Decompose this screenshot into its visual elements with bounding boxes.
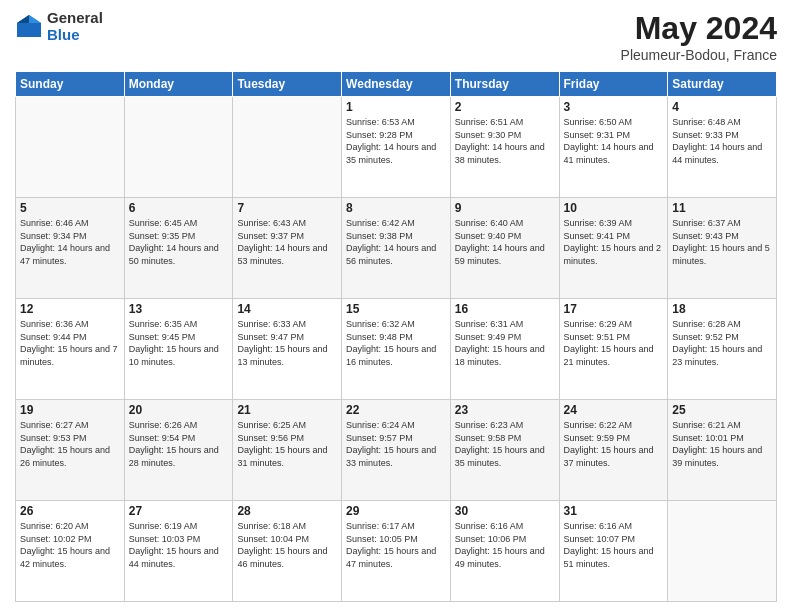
day-number: 15 — [346, 302, 446, 316]
day-cell: 27Sunrise: 6:19 AM Sunset: 10:03 PM Dayl… — [124, 501, 233, 602]
week-row-2: 12Sunrise: 6:36 AM Sunset: 9:44 PM Dayli… — [16, 299, 777, 400]
day-cell — [124, 97, 233, 198]
col-sunday: Sunday — [16, 72, 125, 97]
day-info: Sunrise: 6:33 AM Sunset: 9:47 PM Dayligh… — [237, 318, 337, 368]
day-cell: 14Sunrise: 6:33 AM Sunset: 9:47 PM Dayli… — [233, 299, 342, 400]
day-cell: 6Sunrise: 6:45 AM Sunset: 9:35 PM Daylig… — [124, 198, 233, 299]
day-number: 13 — [129, 302, 229, 316]
calendar: Sunday Monday Tuesday Wednesday Thursday… — [15, 71, 777, 602]
day-cell: 23Sunrise: 6:23 AM Sunset: 9:58 PM Dayli… — [450, 400, 559, 501]
day-number: 29 — [346, 504, 446, 518]
day-number: 1 — [346, 100, 446, 114]
day-number: 8 — [346, 201, 446, 215]
day-cell: 8Sunrise: 6:42 AM Sunset: 9:38 PM Daylig… — [342, 198, 451, 299]
col-tuesday: Tuesday — [233, 72, 342, 97]
day-cell: 7Sunrise: 6:43 AM Sunset: 9:37 PM Daylig… — [233, 198, 342, 299]
day-cell: 28Sunrise: 6:18 AM Sunset: 10:04 PM Dayl… — [233, 501, 342, 602]
day-info: Sunrise: 6:42 AM Sunset: 9:38 PM Dayligh… — [346, 217, 446, 267]
logo-general: General — [47, 10, 103, 27]
day-number: 12 — [20, 302, 120, 316]
day-number: 28 — [237, 504, 337, 518]
day-info: Sunrise: 6:17 AM Sunset: 10:05 PM Daylig… — [346, 520, 446, 570]
day-cell — [16, 97, 125, 198]
day-info: Sunrise: 6:18 AM Sunset: 10:04 PM Daylig… — [237, 520, 337, 570]
day-number: 9 — [455, 201, 555, 215]
day-info: Sunrise: 6:51 AM Sunset: 9:30 PM Dayligh… — [455, 116, 555, 166]
logo-blue: Blue — [47, 27, 103, 44]
logo-text: General Blue — [47, 10, 103, 43]
day-cell: 15Sunrise: 6:32 AM Sunset: 9:48 PM Dayli… — [342, 299, 451, 400]
day-info: Sunrise: 6:31 AM Sunset: 9:49 PM Dayligh… — [455, 318, 555, 368]
day-number: 30 — [455, 504, 555, 518]
day-cell: 13Sunrise: 6:35 AM Sunset: 9:45 PM Dayli… — [124, 299, 233, 400]
day-info: Sunrise: 6:21 AM Sunset: 10:01 PM Daylig… — [672, 419, 772, 469]
location: Pleumeur-Bodou, France — [621, 47, 777, 63]
col-thursday: Thursday — [450, 72, 559, 97]
day-cell: 5Sunrise: 6:46 AM Sunset: 9:34 PM Daylig… — [16, 198, 125, 299]
day-info: Sunrise: 6:37 AM Sunset: 9:43 PM Dayligh… — [672, 217, 772, 267]
day-info: Sunrise: 6:24 AM Sunset: 9:57 PM Dayligh… — [346, 419, 446, 469]
day-cell: 30Sunrise: 6:16 AM Sunset: 10:06 PM Dayl… — [450, 501, 559, 602]
week-row-1: 5Sunrise: 6:46 AM Sunset: 9:34 PM Daylig… — [16, 198, 777, 299]
weekday-row: Sunday Monday Tuesday Wednesday Thursday… — [16, 72, 777, 97]
day-number: 26 — [20, 504, 120, 518]
day-number: 16 — [455, 302, 555, 316]
day-info: Sunrise: 6:16 AM Sunset: 10:06 PM Daylig… — [455, 520, 555, 570]
day-number: 20 — [129, 403, 229, 417]
day-info: Sunrise: 6:43 AM Sunset: 9:37 PM Dayligh… — [237, 217, 337, 267]
day-cell: 4Sunrise: 6:48 AM Sunset: 9:33 PM Daylig… — [668, 97, 777, 198]
day-cell: 19Sunrise: 6:27 AM Sunset: 9:53 PM Dayli… — [16, 400, 125, 501]
day-number: 5 — [20, 201, 120, 215]
day-cell: 24Sunrise: 6:22 AM Sunset: 9:59 PM Dayli… — [559, 400, 668, 501]
page: General Blue May 2024 Pleumeur-Bodou, Fr… — [0, 0, 792, 612]
svg-marker-2 — [17, 15, 29, 23]
logo-icon — [15, 13, 43, 41]
day-info: Sunrise: 6:48 AM Sunset: 9:33 PM Dayligh… — [672, 116, 772, 166]
day-number: 2 — [455, 100, 555, 114]
col-saturday: Saturday — [668, 72, 777, 97]
week-row-0: 1Sunrise: 6:53 AM Sunset: 9:28 PM Daylig… — [16, 97, 777, 198]
day-info: Sunrise: 6:53 AM Sunset: 9:28 PM Dayligh… — [346, 116, 446, 166]
day-info: Sunrise: 6:36 AM Sunset: 9:44 PM Dayligh… — [20, 318, 120, 368]
day-cell: 12Sunrise: 6:36 AM Sunset: 9:44 PM Dayli… — [16, 299, 125, 400]
day-cell: 9Sunrise: 6:40 AM Sunset: 9:40 PM Daylig… — [450, 198, 559, 299]
title-block: May 2024 Pleumeur-Bodou, France — [621, 10, 777, 63]
svg-marker-1 — [29, 15, 41, 23]
day-number: 17 — [564, 302, 664, 316]
day-info: Sunrise: 6:45 AM Sunset: 9:35 PM Dayligh… — [129, 217, 229, 267]
day-cell: 11Sunrise: 6:37 AM Sunset: 9:43 PM Dayli… — [668, 198, 777, 299]
day-info: Sunrise: 6:29 AM Sunset: 9:51 PM Dayligh… — [564, 318, 664, 368]
calendar-body: 1Sunrise: 6:53 AM Sunset: 9:28 PM Daylig… — [16, 97, 777, 602]
day-cell: 20Sunrise: 6:26 AM Sunset: 9:54 PM Dayli… — [124, 400, 233, 501]
day-cell: 10Sunrise: 6:39 AM Sunset: 9:41 PM Dayli… — [559, 198, 668, 299]
month-title: May 2024 — [621, 10, 777, 47]
day-info: Sunrise: 6:50 AM Sunset: 9:31 PM Dayligh… — [564, 116, 664, 166]
col-wednesday: Wednesday — [342, 72, 451, 97]
day-number: 3 — [564, 100, 664, 114]
day-number: 4 — [672, 100, 772, 114]
day-info: Sunrise: 6:27 AM Sunset: 9:53 PM Dayligh… — [20, 419, 120, 469]
col-friday: Friday — [559, 72, 668, 97]
day-info: Sunrise: 6:35 AM Sunset: 9:45 PM Dayligh… — [129, 318, 229, 368]
week-row-3: 19Sunrise: 6:27 AM Sunset: 9:53 PM Dayli… — [16, 400, 777, 501]
day-cell: 1Sunrise: 6:53 AM Sunset: 9:28 PM Daylig… — [342, 97, 451, 198]
day-number: 10 — [564, 201, 664, 215]
day-number: 18 — [672, 302, 772, 316]
day-info: Sunrise: 6:23 AM Sunset: 9:58 PM Dayligh… — [455, 419, 555, 469]
day-cell: 17Sunrise: 6:29 AM Sunset: 9:51 PM Dayli… — [559, 299, 668, 400]
day-cell: 25Sunrise: 6:21 AM Sunset: 10:01 PM Dayl… — [668, 400, 777, 501]
day-cell: 22Sunrise: 6:24 AM Sunset: 9:57 PM Dayli… — [342, 400, 451, 501]
day-cell: 16Sunrise: 6:31 AM Sunset: 9:49 PM Dayli… — [450, 299, 559, 400]
day-number: 14 — [237, 302, 337, 316]
logo: General Blue — [15, 10, 103, 43]
day-info: Sunrise: 6:22 AM Sunset: 9:59 PM Dayligh… — [564, 419, 664, 469]
day-number: 22 — [346, 403, 446, 417]
col-monday: Monday — [124, 72, 233, 97]
day-number: 23 — [455, 403, 555, 417]
day-cell: 2Sunrise: 6:51 AM Sunset: 9:30 PM Daylig… — [450, 97, 559, 198]
week-row-4: 26Sunrise: 6:20 AM Sunset: 10:02 PM Dayl… — [16, 501, 777, 602]
day-number: 31 — [564, 504, 664, 518]
day-number: 25 — [672, 403, 772, 417]
day-number: 19 — [20, 403, 120, 417]
day-cell: 18Sunrise: 6:28 AM Sunset: 9:52 PM Dayli… — [668, 299, 777, 400]
